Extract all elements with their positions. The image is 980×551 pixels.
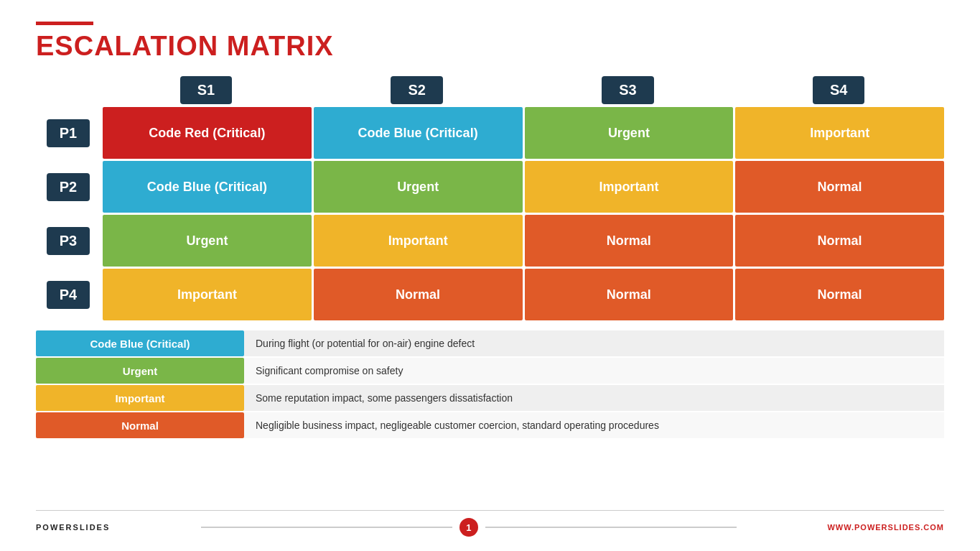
col-header-box-s4: S4: [813, 76, 864, 104]
matrix-section: S1S2S3S4 P1Code Red (Critical)Code Blue …: [36, 76, 944, 503]
legend-description-1: Significant compromise on safety: [244, 358, 944, 384]
row-header-box-p2: P2: [47, 173, 90, 201]
data-row-p3: P3UrgentImportantNormalNormal: [36, 215, 944, 267]
col-header-s2: S2: [312, 76, 523, 104]
legend-label-2: Important: [36, 385, 244, 411]
cell-r3-c3: Normal: [735, 269, 944, 320]
row-header-box-p3: P3: [47, 227, 90, 255]
header-row: S1S2S3S4: [101, 76, 944, 104]
cells-row-2: UrgentImportantNormalNormal: [103, 215, 944, 267]
legend-description-3: Negligible business impact, negligeable …: [244, 412, 944, 438]
footer-page: 1: [459, 518, 478, 537]
legend-row-2: ImportantSome reputation impact, some pa…: [36, 385, 944, 411]
footer-brand: POWERSLIDES: [36, 523, 110, 532]
cell-r2-c2: Normal: [525, 215, 734, 267]
row-header-box-p4: P4: [47, 281, 90, 309]
data-rows: P1Code Red (Critical)Code Blue (Critical…: [36, 107, 944, 320]
legend-row-3: NormalNegligible business impact, neglig…: [36, 412, 944, 438]
title-prefix: ESCALATION: [36, 31, 227, 61]
title-highlight: MATRIX: [227, 31, 334, 61]
footer-website: WWW.POWERSLIDES.COM: [827, 523, 944, 532]
cell-r2-c1: Important: [314, 215, 523, 267]
col-header-box-s3: S3: [602, 76, 653, 104]
legend-label-0: Code Blue (Critical): [36, 330, 244, 356]
page: ESCALATION MATRIX S1S2S3S4 P1Code Red (C…: [0, 0, 980, 551]
data-row-p1: P1Code Red (Critical)Code Blue (Critical…: [36, 107, 944, 159]
cell-r0-c0: Code Red (Critical): [103, 107, 312, 159]
col-header-s1: S1: [101, 76, 312, 104]
legend-label-3: Normal: [36, 412, 244, 438]
cells-row-3: ImportantNormalNormalNormal: [103, 269, 944, 320]
cell-r2-c0: Urgent: [103, 215, 312, 267]
cell-r0-c2: Urgent: [525, 107, 734, 159]
row-header-p3: P3: [36, 215, 101, 267]
legend-row-0: Code Blue (Critical)During flight (or po…: [36, 330, 944, 356]
footer: POWERSLIDES 1 WWW.POWERSLIDES.COM: [36, 510, 944, 537]
footer-line-right: [485, 527, 737, 528]
cell-r3-c0: Important: [103, 269, 312, 320]
row-header-p4: P4: [36, 269, 101, 320]
legend-section: Code Blue (Critical)During flight (or po…: [36, 330, 944, 438]
legend-description-2: Some reputation impact, some passengers …: [244, 385, 944, 411]
col-header-box-s1: S1: [180, 76, 232, 104]
cell-r2-c3: Normal: [735, 215, 944, 267]
data-row-p4: P4ImportantNormalNormalNormal: [36, 269, 944, 320]
cell-r0-c3: Important: [735, 107, 944, 159]
cells-row-1: Code Blue (Critical)UrgentImportantNorma…: [103, 161, 944, 213]
row-header-box-p1: P1: [47, 119, 90, 147]
cell-r1-c0: Code Blue (Critical): [103, 161, 312, 213]
footer-line-left: [201, 527, 452, 528]
row-header-p2: P2: [36, 161, 101, 213]
cell-r0-c1: Code Blue (Critical): [314, 107, 523, 159]
col-header-s4: S4: [733, 76, 944, 104]
legend-label-1: Urgent: [36, 358, 244, 384]
row-header-p1: P1: [36, 107, 101, 159]
col-header-box-s2: S2: [391, 76, 442, 104]
cell-r1-c1: Urgent: [314, 161, 523, 213]
legend-description-0: During flight (or potential for on-air) …: [244, 330, 944, 356]
footer-center: 1: [201, 518, 737, 537]
title-section: ESCALATION MATRIX: [36, 22, 944, 62]
title-bar: [36, 22, 93, 25]
cell-r3-c2: Normal: [525, 269, 734, 320]
cells-row-0: Code Red (Critical)Code Blue (Critical)U…: [103, 107, 944, 159]
data-row-p2: P2Code Blue (Critical)UrgentImportantNor…: [36, 161, 944, 213]
cell-r3-c1: Normal: [314, 269, 523, 320]
page-title: ESCALATION MATRIX: [36, 31, 944, 62]
legend-row-1: UrgentSignificant compromise on safety: [36, 358, 944, 384]
matrix-table: S1S2S3S4 P1Code Red (Critical)Code Blue …: [36, 76, 944, 320]
col-header-s3: S3: [523, 76, 734, 104]
cell-r1-c2: Important: [525, 161, 734, 213]
cell-r1-c3: Normal: [735, 161, 944, 213]
